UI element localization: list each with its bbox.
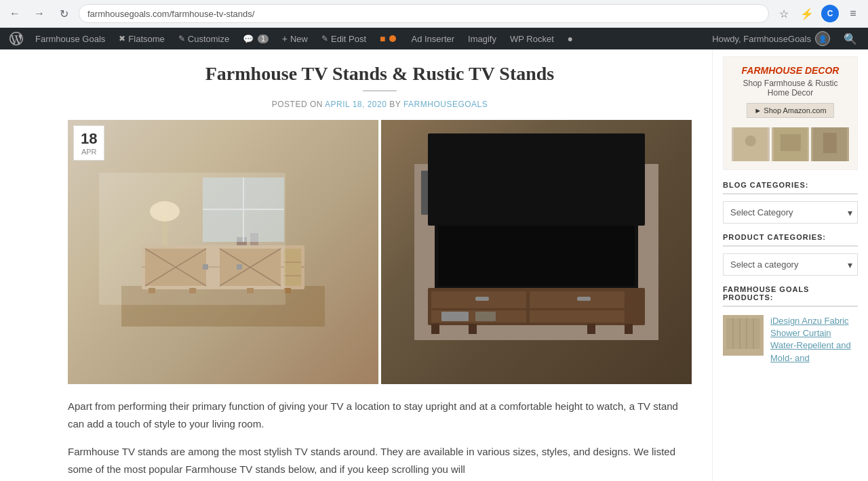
wp-site-name[interactable]: Farmhouse Goals (30, 28, 111, 49)
ad-image-1 (732, 127, 770, 161)
blog-categories-select-wrapper: Select Category (723, 201, 858, 224)
wp-search-icon[interactable]: 🔍 (838, 33, 863, 45)
svg-rect-21 (250, 233, 258, 245)
wp-flatsome-item[interactable]: ✖ Flatsome (113, 28, 170, 49)
extensions-icon[interactable]: ⚡ (797, 4, 816, 23)
page-container: Farmhouse TV Stands & Rustic TV Stands P… (0, 49, 868, 481)
wp-help-item[interactable]: ● (562, 28, 578, 49)
svg-rect-37 (530, 310, 625, 322)
svg-line-6 (145, 249, 206, 286)
post-date-link[interactable]: APRIL 18, 2020 (325, 100, 389, 109)
wp-customize-item[interactable]: ✎ Customize (173, 28, 235, 49)
wp-logo-shield[interactable]: ■ (374, 28, 403, 49)
flatsome-label: Flatsome (128, 34, 164, 44)
ad-image-2 (772, 127, 810, 161)
svg-point-45 (745, 135, 756, 146)
wp-logo[interactable] (5, 28, 27, 49)
tv-stand-right-svg (414, 164, 658, 340)
svg-rect-30 (438, 167, 635, 286)
back-button[interactable]: ← (5, 4, 24, 23)
ad-img-svg-2 (772, 127, 810, 161)
wp-imagify-item[interactable]: Imagify (462, 28, 502, 49)
body-paragraph-2: Farmhouse TV stands are among the most s… (68, 443, 692, 478)
tv-stand-left-svg (121, 177, 325, 327)
svg-rect-18 (162, 215, 167, 245)
imagify-label: Imagify (468, 34, 496, 44)
svg-rect-0 (121, 286, 325, 327)
forward-button[interactable]: → (30, 4, 49, 23)
sidebar: FARMHOUSE DECOR Shop Farmhouse & Rustic … (712, 49, 868, 481)
ad-shop-button[interactable]: ► Shop Amazon.com (747, 103, 833, 118)
svg-rect-4 (220, 249, 281, 286)
blog-categories-select[interactable]: Select Category (723, 201, 858, 224)
svg-rect-9 (284, 249, 301, 286)
new-label: New (290, 34, 308, 44)
product-categories-select[interactable]: Select a category (723, 253, 858, 276)
profile-avatar: C (821, 5, 839, 22)
svg-point-27 (435, 180, 462, 207)
account-icon[interactable]: C (821, 4, 840, 23)
wp-new-item[interactable]: + New (277, 28, 313, 49)
date-badge-month: Apr (81, 148, 97, 156)
wp-rocket-item[interactable]: WP Rocket (505, 28, 559, 49)
bookmark-icon[interactable]: ☆ (774, 4, 793, 23)
post-image-right (381, 120, 692, 384)
svg-rect-3 (145, 249, 206, 286)
reload-button[interactable]: ↻ (54, 4, 73, 23)
blog-categories-section: BLOG CATEGORIES: Select Category (723, 181, 858, 224)
site-name-label: Farmhouse Goals (35, 34, 105, 44)
svg-rect-43 (625, 324, 633, 334)
toolbar-icons: ☆ ⚡ C ≡ (774, 4, 863, 23)
product-categories-section: PRODUCT CATEGORIES: Select a category (723, 233, 858, 276)
svg-rect-41 (469, 324, 477, 334)
svg-rect-42 (587, 324, 595, 334)
customize-label: Customize (188, 34, 229, 44)
menu-icon[interactable]: ≡ (844, 4, 863, 23)
svg-point-19 (150, 201, 180, 222)
ad-images (732, 127, 849, 161)
orange-dot (389, 35, 396, 42)
post-images-container: 18 Apr (68, 120, 692, 384)
image-left-visual (68, 120, 378, 384)
product-thumbnail (723, 315, 764, 356)
browser-chrome: ← → ↻ farmhousegoals.com/farmhouse-tv-st… (0, 0, 868, 28)
product-item: iDesign Anzu Fabric Shower Curtain Water… (723, 315, 858, 364)
address-bar[interactable]: farmhousegoals.com/farmhouse-tv-stands/ (79, 4, 769, 23)
svg-rect-20 (237, 237, 247, 245)
post-author-link[interactable]: FARMHOUSEGOALS (403, 100, 488, 109)
svg-rect-38 (441, 312, 469, 321)
svg-line-7 (220, 249, 281, 286)
svg-rect-14 (149, 288, 155, 293)
svg-rect-47 (781, 134, 801, 151)
wp-ad-inserter-item[interactable]: Ad Inserter (406, 28, 460, 49)
blog-categories-title: BLOG CATEGORIES: (723, 181, 858, 189)
svg-rect-49 (823, 133, 837, 153)
product-categories-select-wrapper: Select a category (723, 253, 858, 276)
svg-line-8 (220, 249, 281, 286)
product-title-link[interactable]: iDesign Anzu Fabric Shower Curtain Water… (770, 315, 858, 364)
date-badge-day: 18 (81, 130, 97, 148)
svg-rect-16 (247, 288, 254, 293)
edit-post-label: Edit Post (331, 34, 366, 44)
svg-rect-17 (284, 288, 291, 293)
wp-rocket-label: WP Rocket (510, 34, 554, 44)
svg-rect-26 (421, 171, 475, 215)
wp-howdy-section: Howdy, FarmhouseGoals 👤 (707, 31, 835, 46)
wordpress-icon (9, 32, 23, 45)
svg-rect-35 (577, 297, 591, 301)
svg-rect-33 (530, 291, 625, 308)
wp-user-avatar[interactable]: 👤 (815, 31, 830, 46)
sidebar-ad: FARMHOUSE DECOR Shop Farmhouse & Rustic … (723, 56, 858, 170)
product-categories-divider (723, 245, 858, 247)
by-label: BY (389, 100, 401, 109)
post-body: Apart from performing their primary func… (68, 398, 692, 478)
svg-rect-39 (475, 312, 496, 321)
ad-title: FARMHOUSE DECOR (732, 65, 849, 76)
wp-edit-post-item[interactable]: ✎ Edit Post (316, 28, 372, 49)
wp-admin-bar: Farmhouse Goals ✖ Flatsome ✎ Customize 💬… (0, 28, 868, 49)
wp-comments-item[interactable]: 💬 1 (237, 28, 274, 49)
svg-rect-40 (431, 324, 439, 334)
ad-img-svg-3 (811, 127, 849, 161)
posted-on-label: POSTED ON (272, 100, 323, 109)
browser-toolbar: ← → ↻ farmhousegoals.com/farmhouse-tv-st… (0, 0, 868, 27)
